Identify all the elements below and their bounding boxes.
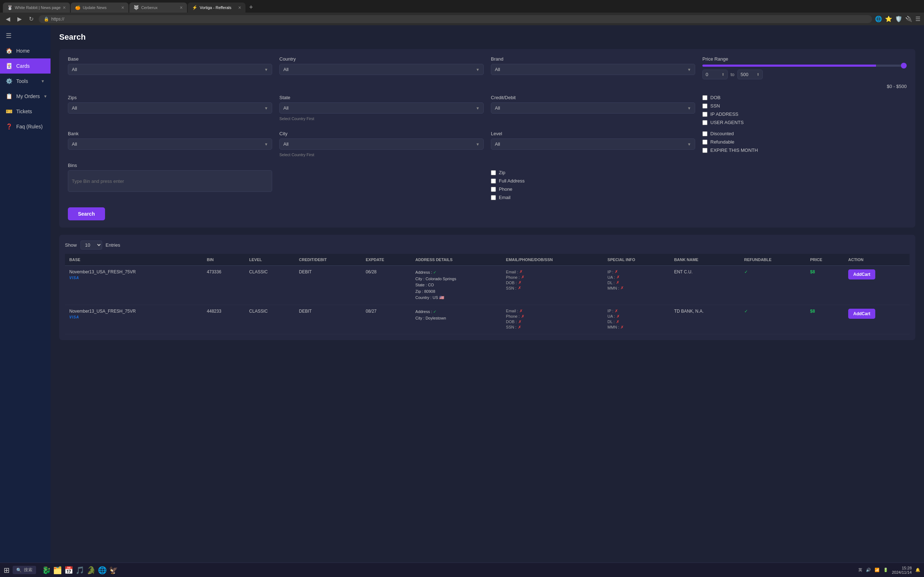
- zip-checkbox-item[interactable]: Zip: [491, 170, 695, 175]
- full-address-checkbox[interactable]: [491, 179, 496, 184]
- row2-dl-label: DL :: [607, 319, 615, 324]
- extensions-icon[interactable]: 🔌: [905, 16, 913, 23]
- sidebar-item-home[interactable]: 🏠 Home: [0, 43, 50, 58]
- sidebar-item-cards[interactable]: 🃏 Cards: [0, 58, 50, 74]
- tab-close-1[interactable]: ×: [63, 5, 66, 10]
- zips-select[interactable]: All ▼: [68, 102, 272, 114]
- tab-close-2[interactable]: ×: [121, 5, 124, 10]
- brand-value: All: [495, 67, 500, 72]
- taskbar-volume-icon[interactable]: 🔊: [866, 567, 871, 572]
- new-tab-button[interactable]: +: [246, 2, 256, 13]
- tab-vortiga[interactable]: ⚡ Vortiga - Refferals ×: [188, 3, 246, 13]
- row2-ip-icon: ✗: [615, 309, 618, 313]
- ssn-checkbox[interactable]: [703, 103, 708, 108]
- tab-close-4[interactable]: ×: [238, 5, 241, 10]
- taskbar-app-5[interactable]: 🐊: [87, 566, 96, 574]
- ssn-checkbox-item[interactable]: SSN: [703, 103, 907, 108]
- sidebar-item-myorders[interactable]: 📋 My Orders ▼: [0, 89, 50, 104]
- expire-month-checkbox-item[interactable]: EXPIRE THIS MONTH: [703, 148, 907, 153]
- zip-checkbox[interactable]: [491, 170, 496, 175]
- nav-bar: ◀ ▶ ↻ 🔒 https:// 🌐 ⭐ 🛡️ 🔌 ☰: [0, 13, 924, 25]
- expire-month-label: EXPIRE THIS MONTH: [710, 148, 758, 153]
- tab-favicon-1: 🐰: [7, 5, 13, 10]
- price-min-input[interactable]: 0 ⬆: [703, 69, 728, 79]
- show-entries-select[interactable]: 10 25 50 100: [81, 240, 102, 250]
- phone-checkbox[interactable]: [491, 187, 496, 192]
- menu-icon[interactable]: ☰: [915, 16, 921, 23]
- empty-col-4: [703, 163, 907, 200]
- bins-input[interactable]: [68, 170, 272, 192]
- taskbar-app-6[interactable]: 🌐: [98, 566, 107, 574]
- taskbar-date: 2024/11/14: [892, 570, 912, 574]
- phone-checkbox-item[interactable]: Phone: [491, 187, 695, 192]
- refresh-button[interactable]: ↻: [27, 15, 36, 23]
- credit-debit-select[interactable]: All ▼: [491, 102, 695, 114]
- taskbar-app-2[interactable]: 🗂️: [53, 566, 62, 574]
- back-button[interactable]: ◀: [3, 15, 12, 23]
- taskbar-notification-icon[interactable]: 🔔: [915, 567, 921, 572]
- taskbar-app-1[interactable]: 🐉: [42, 566, 51, 574]
- start-button[interactable]: ⊞: [3, 566, 10, 574]
- taskbar-app-3[interactable]: 📅: [64, 566, 73, 574]
- expire-month-checkbox[interactable]: [703, 148, 708, 153]
- sidebar-item-faq[interactable]: ❓ Faq (Rules): [0, 119, 50, 134]
- bookmark-icon[interactable]: ⭐: [885, 16, 892, 23]
- city-select[interactable]: All ▼: [279, 139, 484, 150]
- price-max-input[interactable]: 500 ⬆: [737, 69, 762, 79]
- email-checkbox-item[interactable]: Email: [491, 195, 695, 200]
- discounted-checkbox[interactable]: [703, 131, 708, 136]
- price-range-slider[interactable]: [703, 64, 907, 67]
- tab-update-news[interactable]: 🍊 Update News ×: [71, 3, 129, 13]
- sidebar-item-tools[interactable]: ⚙️ Tools ▼: [0, 74, 50, 89]
- row2-level: CLASSIC: [245, 305, 294, 334]
- refundable-checkbox[interactable]: [703, 140, 708, 145]
- price-inputs: 0 ⬆ to 500 ⬆: [703, 69, 907, 79]
- row1-email-icon: ✗: [519, 269, 523, 274]
- user-agents-checkbox[interactable]: [703, 120, 708, 125]
- row1-addcart-button[interactable]: AddCart: [848, 269, 875, 279]
- price-range-label: Price Range: [703, 56, 907, 62]
- taskbar-search-text: 搜索: [24, 567, 32, 573]
- tools-icon: ⚙️: [6, 78, 13, 84]
- search-button[interactable]: Search: [68, 207, 105, 220]
- taskbar-wifi-icon[interactable]: 📶: [874, 567, 880, 572]
- ip-address-checkbox-item[interactable]: IP ADDRESS: [703, 111, 907, 117]
- taskbar-app-4[interactable]: 🎵: [76, 566, 84, 574]
- search-form: Base All ▼ Country All ▼ Brand: [59, 49, 915, 227]
- country-group: Country All ▼: [279, 56, 484, 89]
- brand-select[interactable]: All ▼: [491, 64, 695, 75]
- level-select[interactable]: All ▼: [491, 139, 695, 150]
- country-label: Country: [279, 56, 484, 62]
- row2-addcart-button[interactable]: AddCart: [848, 309, 875, 319]
- tab-cerberux[interactable]: 🐺 Cerberux ×: [129, 3, 187, 13]
- country-select[interactable]: All ▼: [279, 64, 484, 75]
- tab-close-3[interactable]: ×: [180, 5, 183, 10]
- dob-checkbox-item[interactable]: DOB: [703, 95, 907, 100]
- forward-button[interactable]: ▶: [15, 15, 24, 23]
- col-email-phone: Email/Phone/DOB/SSN: [502, 254, 603, 266]
- refundable-checkbox-item[interactable]: Refundable: [703, 139, 907, 145]
- discounted-checkbox-item[interactable]: Discounted: [703, 131, 907, 136]
- address-bar[interactable]: 🔒 https://: [39, 15, 872, 23]
- sidebar-menu-button[interactable]: ☰: [0, 28, 50, 43]
- tab-bar: 🐰 White Rabbit | News page × 🍊 Update Ne…: [0, 0, 924, 13]
- full-address-checkbox-item[interactable]: Full Address: [491, 178, 695, 184]
- taskbar-battery-icon[interactable]: 🔋: [883, 567, 888, 572]
- shield-icon[interactable]: 🛡️: [895, 16, 902, 23]
- translate-icon[interactable]: 🌐: [875, 16, 882, 23]
- taskbar-search[interactable]: 🔍 搜索: [13, 566, 36, 574]
- state-select[interactable]: All ▼: [279, 102, 484, 114]
- tab-white-rabbit[interactable]: 🐰 White Rabbit | News page ×: [3, 3, 70, 13]
- state-arrow-icon: ▼: [476, 106, 480, 110]
- row2-phone-label: Phone :: [506, 314, 520, 318]
- row2-address-check-icon: ✓: [433, 309, 436, 314]
- user-agents-checkbox-item[interactable]: USER AGENTS: [703, 120, 907, 125]
- row1-ssn-icon: ✗: [518, 285, 521, 290]
- sidebar-item-tickets[interactable]: 🎫 Tickets: [0, 104, 50, 119]
- bank-select[interactable]: All ▼: [68, 139, 272, 150]
- base-select[interactable]: All ▼: [68, 64, 272, 75]
- taskbar-app-7[interactable]: 🦅: [109, 566, 118, 574]
- dob-checkbox[interactable]: [703, 95, 708, 100]
- email-checkbox[interactable]: [491, 195, 496, 200]
- ip-address-checkbox[interactable]: [703, 112, 708, 117]
